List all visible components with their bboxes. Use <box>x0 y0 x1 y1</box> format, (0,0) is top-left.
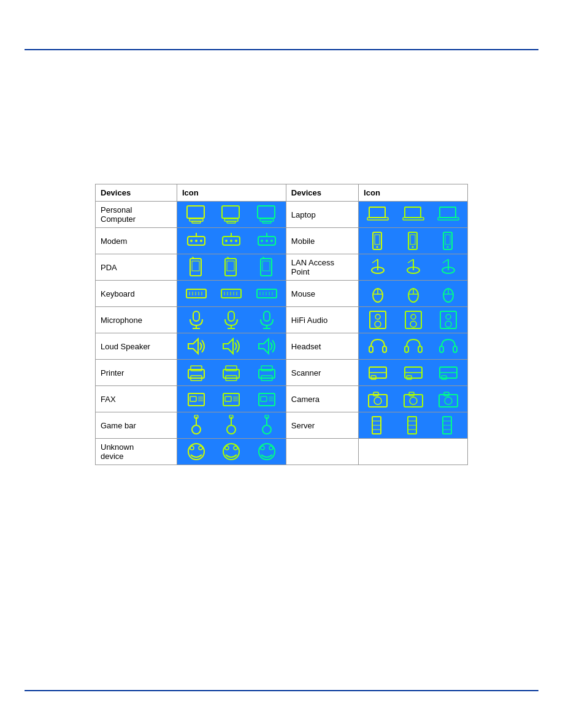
svg-rect-11 <box>405 207 421 218</box>
device-label: PersonalComputer <box>96 202 177 228</box>
svg-point-175 <box>190 446 194 450</box>
table-row: PDA LAN AccessPoint <box>96 254 468 281</box>
svg-marker-103 <box>223 339 233 354</box>
icon-cell <box>177 412 286 439</box>
table-row: Game bar Server <box>96 412 468 439</box>
svg-point-28 <box>270 240 273 242</box>
svg-rect-12 <box>403 218 424 220</box>
icon-cell <box>177 386 286 412</box>
device-label: Mobile <box>286 228 358 254</box>
svg-marker-102 <box>188 339 198 354</box>
col-header-devices-2: Devices <box>286 184 358 202</box>
svg-rect-2 <box>192 221 201 223</box>
svg-point-22 <box>230 240 232 242</box>
svg-rect-6 <box>258 206 275 218</box>
icon-cell <box>359 281 468 307</box>
svg-point-98 <box>410 321 416 327</box>
svg-rect-135 <box>225 396 231 401</box>
device-label: Game bar <box>96 412 177 439</box>
svg-line-50 <box>372 259 378 263</box>
svg-line-47 <box>262 257 264 258</box>
svg-point-145 <box>374 397 381 404</box>
svg-point-156 <box>227 425 236 434</box>
device-label: Microphone <box>96 307 177 333</box>
svg-rect-93 <box>370 311 386 328</box>
icon-cell <box>359 412 468 439</box>
icon-cell <box>359 228 468 254</box>
device-label: Printer <box>96 360 177 386</box>
icon-cell <box>177 333 286 360</box>
svg-point-23 <box>235 240 237 242</box>
svg-point-153 <box>192 425 201 434</box>
icon-cell <box>359 202 468 228</box>
svg-rect-34 <box>410 235 415 245</box>
device-label: LAN AccessPoint <box>286 254 358 281</box>
svg-rect-130 <box>190 396 196 401</box>
svg-point-101 <box>445 321 451 327</box>
svg-rect-0 <box>187 206 204 218</box>
svg-rect-87 <box>228 311 234 321</box>
icon-cell <box>177 228 286 254</box>
icon-cell <box>177 439 286 465</box>
svg-rect-9 <box>369 207 385 218</box>
table-row: PersonalComputer Laptop <box>96 202 468 228</box>
svg-rect-150 <box>439 395 458 407</box>
device-label: HiFi Audio <box>286 307 358 333</box>
svg-rect-46 <box>262 261 270 271</box>
svg-point-16 <box>190 240 193 242</box>
table-row: Microphone HiFi Audio <box>96 307 468 333</box>
svg-line-41 <box>192 257 194 258</box>
svg-rect-140 <box>261 396 267 401</box>
device-label: Unknowndevice <box>96 439 177 465</box>
svg-point-27 <box>266 240 268 242</box>
device-label: Headset <box>286 333 358 360</box>
icon-cell <box>359 386 468 412</box>
table-row: Loud Speaker Headset <box>96 333 468 360</box>
svg-rect-96 <box>405 311 421 328</box>
svg-point-100 <box>446 314 451 319</box>
device-label-empty <box>286 439 358 465</box>
svg-rect-110 <box>453 346 457 352</box>
svg-rect-90 <box>264 311 270 321</box>
svg-rect-105 <box>369 346 373 352</box>
svg-point-21 <box>225 240 228 242</box>
svg-rect-43 <box>227 261 234 271</box>
main-content: Devices Icon Devices Icon PersonalComput… <box>95 184 468 465</box>
svg-rect-109 <box>440 346 443 352</box>
device-label: Camera <box>286 386 358 412</box>
svg-point-179 <box>234 446 237 450</box>
device-label: Keyboard <box>96 281 177 307</box>
svg-rect-108 <box>418 346 422 352</box>
icon-cell <box>359 360 468 386</box>
icon-cell <box>359 254 468 281</box>
device-label: Scanner <box>286 360 358 386</box>
svg-point-148 <box>410 397 417 404</box>
svg-rect-37 <box>445 235 450 245</box>
icon-cell <box>177 281 286 307</box>
svg-point-178 <box>225 446 229 450</box>
icon-cell <box>177 360 286 386</box>
devices-table: Devices Icon Devices Icon PersonalComput… <box>95 184 468 465</box>
svg-point-26 <box>261 240 263 242</box>
table-row: Modem Mobile <box>96 228 468 254</box>
table-row: Printer Scanner <box>96 360 468 386</box>
svg-point-95 <box>375 321 381 327</box>
icon-cell <box>359 307 468 333</box>
icon-cell <box>359 333 468 360</box>
icon-cell <box>177 202 286 228</box>
device-label: PDA <box>96 254 177 281</box>
svg-point-32 <box>376 246 378 248</box>
svg-point-97 <box>411 314 416 319</box>
svg-point-181 <box>261 446 264 450</box>
icon-cell <box>177 307 286 333</box>
svg-point-94 <box>375 314 380 319</box>
icon-cell <box>177 254 286 281</box>
svg-rect-14 <box>438 218 459 220</box>
device-label: Mouse <box>286 281 358 307</box>
svg-rect-144 <box>369 395 387 407</box>
svg-rect-5 <box>227 221 236 223</box>
icon-cell-empty <box>359 439 468 465</box>
svg-rect-84 <box>193 311 199 321</box>
col-header-icon-1: Icon <box>177 184 286 202</box>
device-label: Laptop <box>286 202 358 228</box>
